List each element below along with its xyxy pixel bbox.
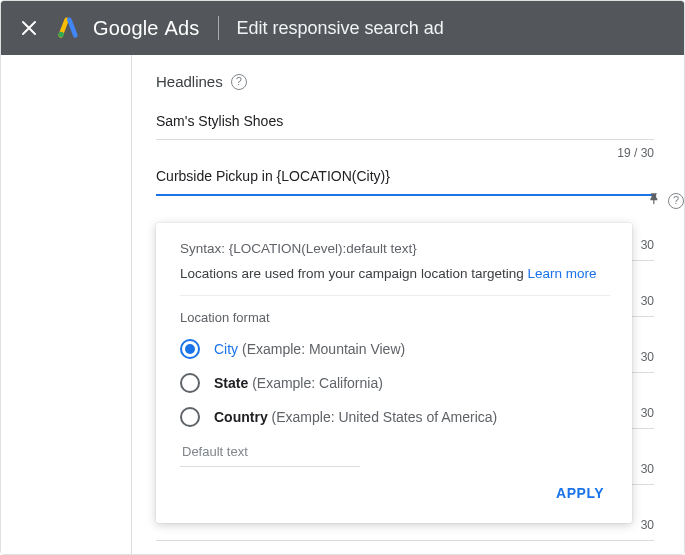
headline-field-2: 19 / 30 ? <box>156 160 654 196</box>
default-text-input[interactable] <box>180 443 360 460</box>
workspace: Headlines ? 19 / 30 ? 30 30 30 30 30 30 … <box>1 55 684 555</box>
divider <box>218 16 219 40</box>
location-insertion-popover: Syntax: {LOCATION(Level):default text} L… <box>156 223 632 523</box>
radio-icon <box>180 373 200 393</box>
radio-icon <box>180 407 200 427</box>
left-panel <box>1 55 131 555</box>
char-count: 19 / 30 <box>617 146 654 160</box>
location-format-label: Location format <box>180 310 610 325</box>
radio-option-country[interactable]: Country (Example: United States of Ameri… <box>180 407 610 427</box>
headline-field-1 <box>156 104 654 140</box>
radio-icon <box>180 339 200 359</box>
main-panel: Headlines ? 19 / 30 ? 30 30 30 30 30 30 … <box>131 55 684 555</box>
google-ads-logo-icon <box>57 17 79 39</box>
close-icon <box>21 20 37 36</box>
page-title: Edit responsive search ad <box>237 18 444 39</box>
help-icon[interactable]: ? <box>231 74 247 90</box>
pin-icon[interactable] <box>648 192 662 209</box>
default-text-field <box>180 443 360 467</box>
popover-description: Locations are used from your campaign lo… <box>180 266 610 296</box>
close-button[interactable] <box>19 18 39 38</box>
apply-button[interactable]: APPLY <box>550 477 610 509</box>
top-bar: Google Ads Edit responsive search ad <box>1 1 684 55</box>
headlines-section-label: Headlines ? <box>156 73 654 90</box>
learn-more-link[interactable]: Learn more <box>527 266 596 281</box>
field-help-icon[interactable]: ? <box>668 193 684 209</box>
svg-point-0 <box>58 32 64 37</box>
radio-option-city[interactable]: City (Example: Mountain View) <box>180 339 610 359</box>
headline-input-1[interactable] <box>156 104 654 140</box>
headline-input-2[interactable] <box>156 160 654 196</box>
radio-option-state[interactable]: State (Example: California) <box>180 373 610 393</box>
app-name: Google Ads <box>93 17 200 40</box>
syntax-hint: Syntax: {LOCATION(Level):default text} <box>180 241 610 256</box>
